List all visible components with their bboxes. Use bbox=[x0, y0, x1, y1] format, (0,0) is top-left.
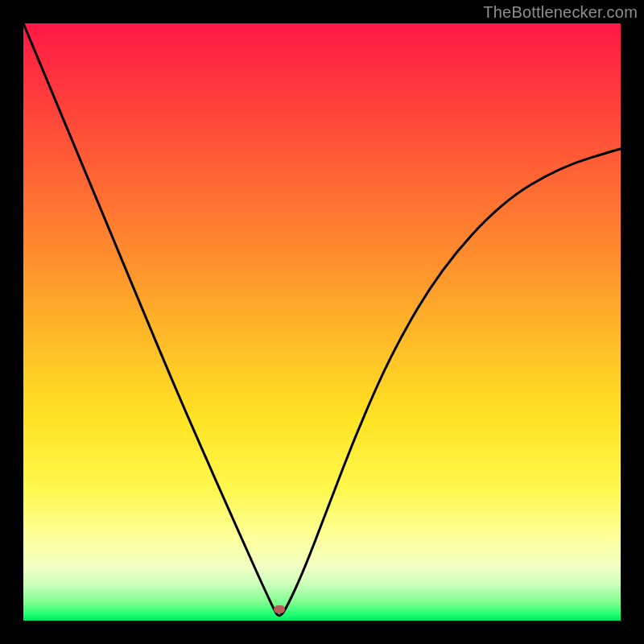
chart-frame: TheBottlenecker.com bbox=[0, 0, 644, 644]
plot-area bbox=[23, 23, 621, 621]
min-marker bbox=[274, 605, 285, 613]
bottleneck-curve bbox=[23, 23, 621, 621]
watermark-text: TheBottlenecker.com bbox=[483, 3, 638, 22]
